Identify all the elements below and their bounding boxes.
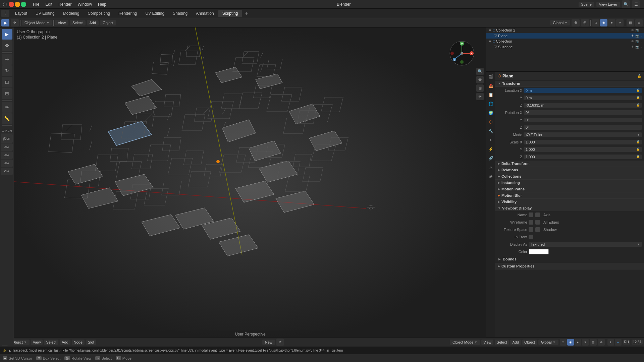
- fly-btn[interactable]: ✈: [476, 93, 484, 100]
- menu-render[interactable]: Render: [56, 1, 74, 7]
- jcon-btn[interactable]: jCon: [1, 134, 13, 143]
- window-min-btn[interactable]: [15, 2, 20, 7]
- delta-transform-header[interactable]: ▶ Delta Transform: [495, 161, 644, 167]
- suz-vis-icon[interactable]: 👁: [631, 45, 634, 49]
- wireframe-shading-btn[interactable]: □: [592, 19, 599, 26]
- tab-animation[interactable]: Animation: [192, 10, 218, 17]
- col-vis-icon[interactable]: 👁: [631, 40, 634, 43]
- instancing-header[interactable]: ▶ Instancing: [495, 180, 644, 186]
- perspective-btn[interactable]: ⊞: [476, 84, 484, 92]
- select-tool-btn[interactable]: ▶: [2, 29, 12, 40]
- window-max-btn[interactable]: [21, 2, 26, 7]
- wireframe-checkbox[interactable]: [529, 220, 533, 225]
- object-mode-bottom2[interactable]: Object Mode ▼: [450, 340, 480, 345]
- tab-rendering[interactable]: Rendering: [114, 10, 141, 17]
- scene-selector[interactable]: Scene: [579, 2, 594, 7]
- gizmo-bottom-btn[interactable]: ⊕: [598, 339, 605, 346]
- online-icon[interactable]: ●: [615, 339, 622, 346]
- prop-tab-physics[interactable]: ⚡: [486, 145, 495, 154]
- rotation-z-value[interactable]: 0°: [524, 125, 642, 130]
- add-bottom[interactable]: Add: [60, 340, 70, 345]
- cursor-tool-icon[interactable]: ✥: [11, 19, 19, 26]
- new-btn[interactable]: New: [262, 340, 275, 345]
- add-menu[interactable]: Add: [87, 20, 99, 25]
- prop-tab-object[interactable]: ⬡: [486, 118, 495, 126]
- col-rend-icon[interactable]: 📷: [635, 40, 639, 43]
- overlay-bottom-btn[interactable]: ▤: [590, 339, 597, 346]
- tab-compositing[interactable]: Compositing: [84, 10, 114, 17]
- prop-tab-modifier[interactable]: 🔧: [486, 127, 495, 135]
- select-icon[interactable]: ↓: [640, 28, 642, 32]
- measure-tool-btn[interactable]: 📏: [2, 113, 12, 124]
- visibility-icon[interactable]: 👁: [631, 28, 634, 32]
- tab-uv2[interactable]: UV Editing: [142, 10, 169, 17]
- suz-sel-icon[interactable]: ↓: [640, 45, 642, 49]
- visibility-header[interactable]: ▶ Visibility: [495, 199, 644, 205]
- object-mode-dropdown[interactable]: Object Mode ▼: [22, 20, 52, 25]
- filter-btn[interactable]: ☰: [632, 0, 640, 8]
- proportional-btn[interactable]: ◎: [581, 19, 589, 26]
- location-z-value[interactable]: -0.16331 m 🔒: [524, 103, 642, 108]
- zoom-in-btn[interactable]: 🔍: [476, 68, 484, 75]
- scale-y-lock[interactable]: 🔒: [636, 147, 640, 152]
- snap-btn[interactable]: ⊕: [572, 19, 580, 26]
- shading4-btn[interactable]: ☀: [582, 339, 589, 346]
- add-workspace-btn[interactable]: +: [242, 10, 251, 17]
- aia2-btn[interactable]: AIA: [1, 152, 13, 159]
- loc-x-lock[interactable]: 🔒: [636, 88, 640, 93]
- rotation-x-value[interactable]: 0°: [524, 110, 642, 115]
- display-as-dropdown[interactable]: Textured ▼: [529, 242, 642, 247]
- viewport-gizmo[interactable]: Y X Z: [449, 41, 475, 66]
- menu-file[interactable]: File: [30, 1, 42, 7]
- search-btn[interactable]: 🔍: [622, 0, 630, 8]
- move-tool-btn[interactable]: ✛: [2, 54, 12, 65]
- select-menu[interactable]: Select: [70, 20, 86, 25]
- name-checkbox[interactable]: [529, 213, 533, 217]
- viewport-display-header[interactable]: ▼ Viewport Display: [495, 205, 644, 211]
- col-sel-icon[interactable]: ↓: [640, 40, 642, 43]
- loc-z-lock[interactable]: 🔒: [636, 103, 640, 107]
- global-dropdown[interactable]: Global ▼: [550, 20, 570, 25]
- prop-tab-output[interactable]: 📤: [486, 81, 495, 90]
- menu-help[interactable]: Help: [95, 1, 109, 7]
- texture-dot[interactable]: [535, 227, 540, 232]
- shading3-btn[interactable]: ●: [575, 339, 581, 346]
- view-menu[interactable]: View: [55, 20, 68, 25]
- outliner-row-collection2[interactable]: ▼ □ Collection 2 👁 📷 ↓: [486, 27, 644, 33]
- gizmo-btn[interactable]: ⊕: [635, 19, 643, 26]
- scale-z-lock[interactable]: 🔒: [636, 155, 640, 159]
- select-bottom2[interactable]: Select: [495, 340, 509, 345]
- object-bottom2[interactable]: Object: [522, 340, 537, 345]
- texture-checkbox[interactable]: [529, 227, 533, 232]
- prop-tab-world[interactable]: 🌍: [486, 109, 495, 117]
- view-bottom2[interactable]: View: [481, 340, 493, 345]
- prop-tab-constraints[interactable]: 🔗: [486, 154, 495, 163]
- tab-modeling[interactable]: Modeling: [59, 10, 84, 17]
- relations-header[interactable]: ▶ Relations: [495, 167, 644, 173]
- aia1-btn[interactable]: AIA: [1, 143, 13, 151]
- tab-layout[interactable]: Layout: [11, 10, 31, 17]
- color-swatch[interactable]: [529, 249, 549, 254]
- prop-tab-scene[interactable]: 🌐: [486, 100, 495, 108]
- outliner-row-plane[interactable]: ▽ Plane 👁 📷 ↓: [486, 33, 644, 39]
- prop-tab-view-layer[interactable]: 📋: [486, 90, 495, 99]
- infront-checkbox[interactable]: [529, 235, 533, 239]
- prop-menu-icon[interactable]: ⬡: [498, 74, 501, 78]
- scale-z-value[interactable]: 1.000 🔒: [524, 155, 642, 159]
- scale-x-lock[interactable]: 🔒: [636, 140, 640, 144]
- rotation-y-value[interactable]: 0°: [524, 118, 642, 122]
- view-layer-selector[interactable]: View Layer: [596, 2, 620, 7]
- overlay-btn[interactable]: ▤: [627, 19, 634, 26]
- solid-shading-btn[interactable]: ◉: [600, 19, 607, 26]
- scale-x-value[interactable]: 1.000 🔒: [524, 140, 642, 144]
- scale-y-value[interactable]: 1.000 🔒: [524, 147, 642, 152]
- select-bottom[interactable]: Select: [44, 340, 58, 345]
- name-dot[interactable]: [535, 213, 540, 217]
- tab-scripting[interactable]: Scripting: [218, 10, 242, 17]
- tab-shading[interactable]: Shading: [169, 10, 192, 17]
- material-shading-btn[interactable]: ●: [608, 19, 615, 26]
- view-bottom[interactable]: View: [31, 340, 43, 345]
- wireframe-dot[interactable]: [535, 220, 540, 225]
- info-icon[interactable]: ℹ: [607, 339, 614, 346]
- render-icon[interactable]: 📷: [635, 28, 639, 32]
